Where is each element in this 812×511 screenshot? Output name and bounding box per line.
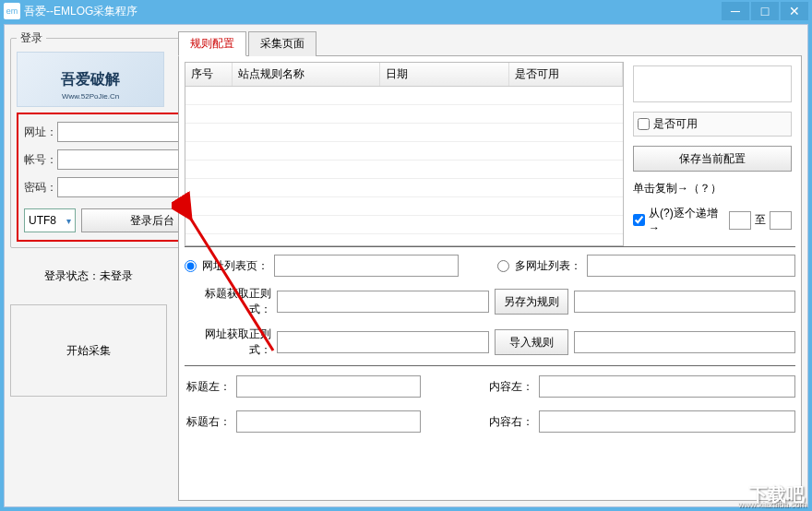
url-list-page-input[interactable] [274, 255, 459, 277]
minimize-button[interactable]: ─ [722, 2, 749, 20]
password-label: 密码： [24, 180, 57, 196]
logo-image: 吾爱破解 Www.52PoJie.Cn [17, 52, 164, 107]
url-label: 网址： [24, 125, 57, 140]
increment-checkbox[interactable] [633, 214, 645, 226]
table-row[interactable] [185, 216, 623, 234]
col-rule-name[interactable]: 站点规则名称 [232, 63, 379, 87]
login-status: 登录状态：未登录 [10, 256, 167, 297]
content-left-input[interactable] [539, 375, 795, 398]
tab-bar: 规则配置 采集页面 [178, 30, 802, 56]
table-row[interactable] [185, 179, 623, 197]
import-rule-button[interactable]: 导入规则 [495, 329, 568, 355]
boundary-section: 标题左： 内容左： 标题右： 内容右： [185, 366, 795, 442]
url-list-page-radio[interactable] [185, 260, 197, 272]
maximize-button[interactable]: □ [751, 2, 779, 20]
account-label: 帐号： [24, 152, 57, 168]
table-row[interactable] [185, 87, 623, 105]
sidebar: 登录 吾爱破解 Www.52PoJie.Cn 网址： 帐号： 密码： [5, 25, 173, 506]
titlebar: em 吾爱--EMLOG采集程序 ─ □ ✕ [0, 0, 812, 22]
tab-body: 序号 站点规则名称 日期 是否可用 [178, 56, 802, 501]
tab-rule-config[interactable]: 规则配置 [178, 31, 246, 56]
title-regex-input[interactable] [277, 291, 489, 313]
preview-box [633, 65, 792, 102]
copy-hint: 单击复制→（？） [633, 181, 792, 196]
chevron-down-icon: ▾ [66, 216, 71, 226]
table-row[interactable] [185, 124, 623, 142]
rules-table[interactable]: 序号 站点规则名称 日期 是否可用 [185, 62, 624, 246]
table-row[interactable] [185, 197, 623, 216]
multi-url-list-radio[interactable] [497, 260, 509, 272]
multi-url-list-input[interactable] [587, 255, 795, 277]
enable-checkbox[interactable]: 是否可用 [633, 112, 792, 137]
title-left-input[interactable] [236, 375, 421, 398]
login-legend: 登录 [17, 30, 46, 46]
extra-input-2[interactable] [574, 331, 795, 353]
increment-to-input[interactable] [770, 211, 792, 230]
url-regex-input[interactable] [277, 331, 489, 353]
save-as-rule-button[interactable]: 另存为规则 [495, 289, 568, 315]
encoding-combo[interactable]: UTF8 ▾ [24, 208, 76, 232]
table-row[interactable] [185, 142, 623, 160]
table-row[interactable] [185, 105, 623, 124]
app-title: 吾爱--EMLOG采集程序 [24, 4, 720, 19]
main-area: 规则配置 采集页面 序号 站点规则名称 日期 是否可用 [173, 25, 807, 506]
increment-from-input[interactable] [729, 211, 751, 230]
source-url: www.xiazaiba.com [738, 500, 806, 509]
app-icon: em [4, 3, 20, 19]
close-button[interactable]: ✕ [781, 2, 808, 20]
start-collect-button[interactable]: 开始采集 [10, 304, 167, 397]
client-area: 登录 吾爱破解 Www.52PoJie.Cn 网址： 帐号： 密码： [4, 24, 808, 507]
url-config-section: 网址列表页： 多网址列表： 标题获取正则式： 另存为规则 网 [185, 246, 795, 366]
tab-collect-page[interactable]: 采集页面 [248, 31, 316, 56]
col-index[interactable]: 序号 [185, 63, 232, 87]
app-window: em 吾爱--EMLOG采集程序 ─ □ ✕ 登录 吾爱破解 Www.52PoJ… [0, 0, 812, 511]
col-date[interactable]: 日期 [379, 63, 508, 87]
table-row[interactable] [185, 160, 623, 179]
title-right-input[interactable] [236, 410, 421, 433]
content-right-input[interactable] [539, 410, 795, 433]
right-panel: 是否可用 保存当前配置 单击复制→（？） 从(?)逐个递增 → 至 [629, 62, 795, 246]
save-config-button[interactable]: 保存当前配置 [633, 146, 792, 172]
col-enabled[interactable]: 是否可用 [508, 63, 623, 87]
extra-input-1[interactable] [574, 291, 795, 313]
